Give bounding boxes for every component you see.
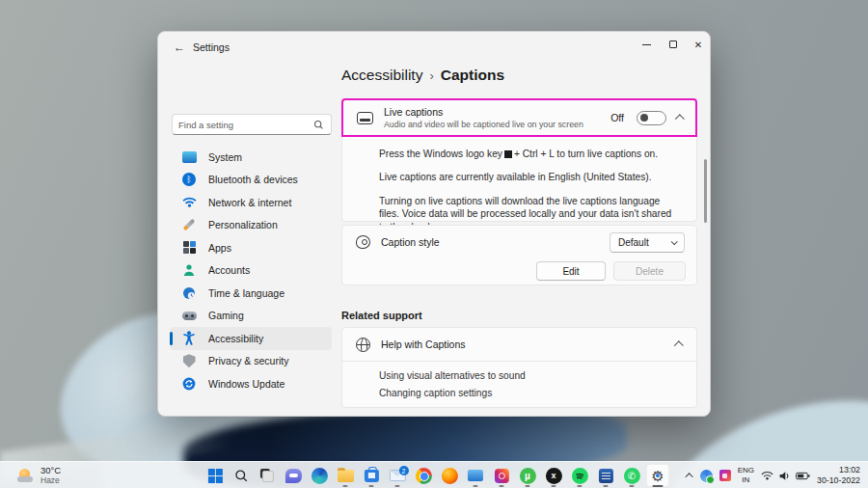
sidebar-item-time-language[interactable]: Time & language (170, 282, 332, 305)
instagram-icon (494, 469, 508, 483)
tray-date: 30-10-2022 (817, 475, 860, 486)
settings-app-button[interactable]: ⚙ (646, 464, 669, 487)
live-captions-info-panel: Press the Windows logo key+ Ctrl + L to … (341, 137, 697, 222)
sidebar-item-gaming[interactable]: Gaming (170, 305, 332, 328)
instagram-button[interactable] (490, 464, 513, 487)
sidebar-item-network-internet[interactable]: Network & internet (170, 191, 332, 214)
live-captions-title: Live captions (384, 106, 600, 118)
weather-temp: 30°C (41, 466, 61, 476)
system-icon (181, 149, 197, 165)
maximize-button[interactable] (660, 34, 687, 55)
apps-grid-icon (181, 240, 197, 256)
xbox-icon: x (545, 468, 561, 484)
clock-widget[interactable]: 13:02 30-10-2022 (817, 465, 860, 486)
sidebar-item-windows-update[interactable]: Windows Update (170, 372, 332, 395)
live-captions-row[interactable]: Live captions Audio and video will be ca… (341, 98, 697, 137)
store-icon (364, 470, 378, 482)
mail-button[interactable]: 2 (386, 464, 409, 487)
chrome-button[interactable] (412, 464, 435, 487)
notes-app-icon (598, 469, 612, 483)
chrome-icon (415, 468, 431, 484)
chat-button[interactable] (282, 464, 305, 487)
delete-button[interactable]: Delete (613, 261, 686, 281)
help-with-captions-row[interactable]: Help with Captions (342, 328, 696, 362)
firefox-button[interactable] (438, 464, 461, 487)
shield-icon (181, 353, 197, 368)
sidebar-item-privacy-security[interactable]: Privacy & security (170, 350, 332, 373)
minimize-button[interactable] (633, 34, 660, 55)
related-support-heading: Related support (341, 310, 422, 321)
microsoft-store-button[interactable] (360, 464, 383, 487)
edge-icon (311, 468, 327, 484)
edge-button[interactable] (308, 464, 331, 487)
sidebar-item-apps[interactable]: Apps (170, 236, 332, 259)
weather-condition: Haze (41, 476, 61, 486)
mail-badge: 2 (398, 466, 408, 475)
update-arrows-icon (181, 376, 197, 392)
window-title: Settings (193, 41, 230, 53)
start-button[interactable] (203, 464, 227, 487)
caption-style-dropdown[interactable]: Default (610, 232, 685, 253)
whatsapp-button[interactable]: ✆ (620, 464, 643, 487)
chevron-up-icon[interactable] (674, 340, 684, 350)
gear-icon: ⚙ (651, 469, 664, 483)
windows-key-icon (504, 150, 512, 158)
notes-app-button[interactable] (594, 464, 617, 487)
help-link-caption-settings[interactable]: Changing caption settings (379, 388, 492, 398)
sidebar-nav: System ᛒ Bluetooth & devices Network & i… (170, 146, 332, 395)
sidebar-item-system[interactable]: System (170, 146, 332, 169)
search-icon (233, 469, 248, 483)
system-tray: ENG IN 13:02 30-10-2022 (688, 462, 860, 488)
settings-window: ← Settings ✕ System ᛒ Bluetooth & device… (157, 31, 711, 417)
clock-globe-icon (181, 285, 197, 301)
search-input[interactable] (173, 120, 313, 130)
help-link-visual-alternatives[interactable]: Using visual alternatives to sound (379, 370, 526, 381)
chevron-up-icon[interactable] (675, 114, 685, 123)
help-title: Help with Captions (381, 339, 665, 350)
breadcrumb-parent[interactable]: Accessibility (341, 67, 422, 83)
tray-app-icon[interactable] (719, 470, 731, 481)
language-indicator[interactable]: ENG IN (738, 466, 754, 484)
quick-settings[interactable] (761, 471, 810, 481)
caption-style-card: Caption style Default Edit Delete (341, 225, 697, 285)
dropdown-value: Default (618, 237, 649, 248)
window-scrollbar[interactable] (704, 159, 707, 223)
search-input-wrap (172, 114, 332, 135)
spotify-button[interactable] (568, 464, 591, 487)
accounts-person-icon (181, 262, 197, 278)
help-card: Help with Captions Using visual alternat… (341, 327, 697, 408)
back-button[interactable]: ← (170, 39, 189, 56)
titlebar: ← Settings ✕ (158, 32, 710, 61)
sidebar-item-bluetooth-devices[interactable]: ᛒ Bluetooth & devices (170, 169, 332, 192)
sidebar-item-personalization[interactable]: Personalization (170, 214, 332, 237)
sync-status-icon[interactable] (700, 470, 713, 482)
task-view-button[interactable] (256, 464, 279, 487)
firefox-icon (441, 468, 457, 484)
file-explorer-button[interactable] (334, 464, 357, 487)
caption-style-palette-icon (356, 235, 370, 249)
display-app-button[interactable] (464, 464, 487, 487)
taskbar-search-button[interactable] (230, 464, 253, 487)
tray-chevron-up-icon[interactable] (685, 473, 692, 480)
live-captions-toggle[interactable] (637, 111, 666, 125)
weather-widget[interactable]: 30°C Haze (17, 462, 61, 488)
tray-time: 13:02 (817, 465, 860, 475)
sidebar-item-accessibility[interactable]: Accessibility (170, 327, 332, 350)
wifi-status-icon (761, 471, 773, 480)
sidebar-item-accounts[interactable]: Accounts (170, 259, 332, 283)
toggle-state-label: Off (610, 112, 624, 123)
bluetooth-icon: ᛒ (181, 172, 197, 187)
taskbar: 30°C Haze 2 µ x ✆ ⚙ ENG IN (0, 461, 868, 488)
chevron-down-icon (671, 238, 678, 245)
minimize-icon (642, 44, 651, 45)
spotify-icon (571, 468, 587, 484)
page-title: Captions (441, 67, 504, 83)
xbox-button[interactable]: x (542, 464, 565, 487)
gamepad-icon (181, 308, 197, 323)
whatsapp-icon: ✆ (623, 468, 639, 484)
info-line-2: Live captions are currently available in… (379, 171, 673, 183)
utorrent-button[interactable]: µ (516, 464, 539, 487)
close-button[interactable]: ✕ (685, 34, 711, 55)
live-captions-subtitle: Audio and video will be captioned live o… (384, 120, 600, 129)
edit-button[interactable]: Edit (536, 261, 606, 281)
